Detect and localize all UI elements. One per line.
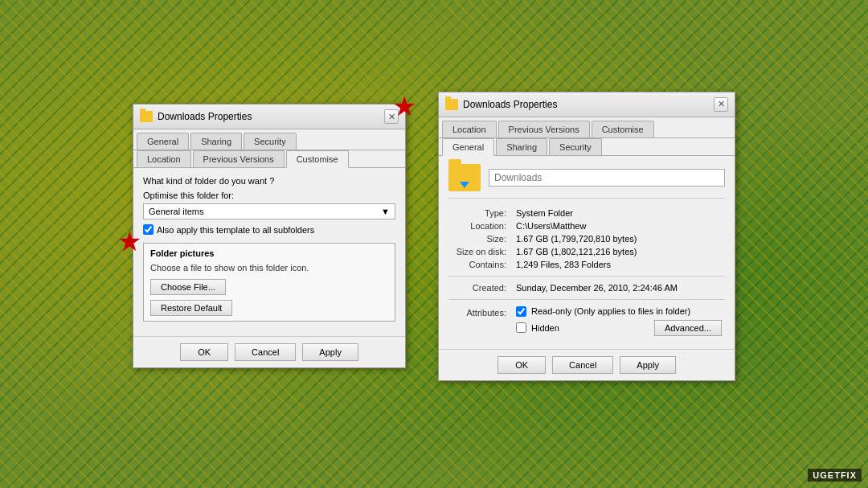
right-close-button[interactable]: ✕	[714, 97, 728, 112]
right-title-bar-left: Downloads Properties	[445, 99, 557, 110]
tab-security-right[interactable]: Security	[549, 138, 602, 155]
folder-pictures-group: Folder pictures Choose a file to show on…	[143, 243, 395, 322]
size-on-disk-value: 1.67 GB (1,802,121,216 bytes)	[513, 245, 725, 258]
hidden-checkbox[interactable]	[516, 322, 526, 333]
type-label: Type:	[448, 207, 513, 219]
restore-default-button[interactable]: Restore Default	[150, 300, 232, 316]
created-value: Sunday, December 26, 2010, 2:24:46 AM	[513, 281, 725, 294]
folder-icon-small	[140, 111, 153, 122]
type-value: System Folder	[513, 207, 725, 219]
left-dialog-content: What kind of folder do you want ? Optimi…	[133, 168, 405, 336]
dropdown-value: General items	[149, 207, 203, 216]
properties-table: Type: System Folder Location: C:\Users\M…	[448, 207, 725, 271]
attributes-label: Attributes:	[448, 305, 513, 341]
hidden-label: Hidden	[531, 323, 649, 333]
left-title-bar: Downloads Properties ✕	[133, 105, 405, 129]
apply-subfolders-row: Also apply this template to all subfolde…	[143, 224, 395, 235]
left-tabs-row1: General Sharing Security	[133, 129, 405, 150]
tab-sharing-left[interactable]: Sharing	[190, 133, 242, 150]
left-dialog-footer: OK Cancel Apply	[133, 336, 405, 367]
size-on-disk-label: Size on disk:	[448, 245, 513, 258]
right-tabs-row1: Location Previous Versions Customise	[439, 117, 735, 138]
watermark: UGETFIX	[808, 469, 862, 482]
location-value: C:\Users\Matthew	[513, 219, 725, 232]
tab-general-right[interactable]: General	[442, 138, 494, 156]
right-cancel-button[interactable]: Cancel	[552, 356, 613, 374]
readonly-checkbox[interactable]	[516, 306, 526, 317]
folder-header	[448, 164, 725, 199]
left-tabs-row2: Location Previous Versions Customise	[133, 150, 405, 168]
separator1	[448, 276, 725, 277]
contains-value: 1,249 Files, 283 Folders	[513, 258, 725, 271]
left-apply-button[interactable]: Apply	[302, 343, 358, 361]
big-folder-icon	[448, 164, 481, 191]
title-bar-left: Downloads Properties	[140, 111, 252, 122]
created-label: Created:	[448, 281, 513, 294]
right-dialog-title: Downloads Properties	[463, 99, 557, 110]
hidden-row: Hidden Advanced...	[516, 320, 722, 336]
left-close-button[interactable]: ✕	[384, 109, 399, 124]
advanced-button[interactable]: Advanced...	[654, 320, 722, 336]
right-dialog-content: Type: System Folder Location: C:\Users\M…	[439, 156, 735, 349]
tab-security-left[interactable]: Security	[244, 133, 297, 150]
readonly-label: Read-only (Only applies to files in fold…	[531, 306, 690, 316]
size-value: 1.67 GB (1,799,720,810 bytes)	[513, 232, 725, 245]
table-row: Location: C:\Users\Matthew	[448, 219, 725, 232]
right-title-bar: Downloads Properties ✕	[439, 92, 735, 117]
tab-customise-right[interactable]: Customise	[592, 121, 654, 137]
separator2	[448, 299, 725, 300]
table-row: Size on disk: 1.67 GB (1,802,121,216 byt…	[448, 245, 725, 258]
dropdown-arrow-icon: ▼	[381, 207, 390, 216]
right-dialog-footer: OK Cancel Apply	[439, 349, 735, 380]
size-label: Size:	[448, 232, 513, 245]
tab-previous-versions-left[interactable]: Previous Versions	[193, 150, 285, 167]
folder-type-dropdown[interactable]: General items ▼	[143, 203, 395, 219]
folder-name-input[interactable]	[489, 169, 725, 187]
folder-arrow	[460, 182, 469, 188]
tab-location-left[interactable]: Location	[137, 150, 191, 167]
left-ok-button[interactable]: OK	[180, 343, 228, 361]
left-dialog: Downloads Properties ✕ General Sharing S…	[133, 104, 406, 368]
attributes-row: Attributes: Read-only (Only applies to f…	[448, 305, 725, 341]
table-row: Contains: 1,249 Files, 283 Folders	[448, 258, 725, 271]
tab-general-left[interactable]: General	[137, 133, 189, 150]
right-tabs-row2: General Sharing Security	[439, 138, 735, 156]
right-folder-icon-small	[445, 99, 458, 110]
right-dialog: Downloads Properties ✕ Location Previous…	[438, 92, 735, 381]
left-dialog-title: Downloads Properties	[158, 111, 252, 122]
contains-label: Contains:	[448, 258, 513, 271]
what-kind-label: What kind of folder do you want ?	[143, 176, 395, 186]
tab-sharing-right[interactable]: Sharing	[496, 138, 547, 155]
folder-pictures-desc: Choose a file to show on this folder ico…	[150, 263, 388, 273]
created-table: Created: Sunday, December 26, 2010, 2:24…	[448, 281, 725, 294]
right-apply-button[interactable]: Apply	[620, 356, 676, 374]
table-row: Type: System Folder	[448, 207, 725, 219]
apply-subfolders-checkbox[interactable]	[143, 224, 154, 235]
tab-customise-left[interactable]: Customise	[286, 150, 349, 168]
folder-pictures-title: Folder pictures	[150, 248, 388, 258]
tab-previous-versions-right[interactable]: Previous Versions	[498, 121, 590, 137]
right-ok-button[interactable]: OK	[497, 356, 546, 374]
table-row: Size: 1.67 GB (1,799,720,810 bytes)	[448, 232, 725, 245]
choose-file-button[interactable]: Choose File...	[150, 279, 226, 295]
tab-location-right[interactable]: Location	[442, 121, 497, 137]
attributes-table: Attributes: Read-only (Only applies to f…	[448, 305, 725, 341]
readonly-row: Read-only (Only applies to files in fold…	[516, 306, 722, 317]
attributes-values: Read-only (Only applies to files in fold…	[513, 305, 725, 341]
table-row: Created: Sunday, December 26, 2010, 2:24…	[448, 281, 725, 294]
optimise-label: Optimise this folder for:	[143, 191, 395, 200]
location-label: Location:	[448, 219, 513, 232]
apply-subfolders-label: Also apply this template to all subfolde…	[157, 225, 314, 235]
left-cancel-button[interactable]: Cancel	[235, 343, 296, 361]
